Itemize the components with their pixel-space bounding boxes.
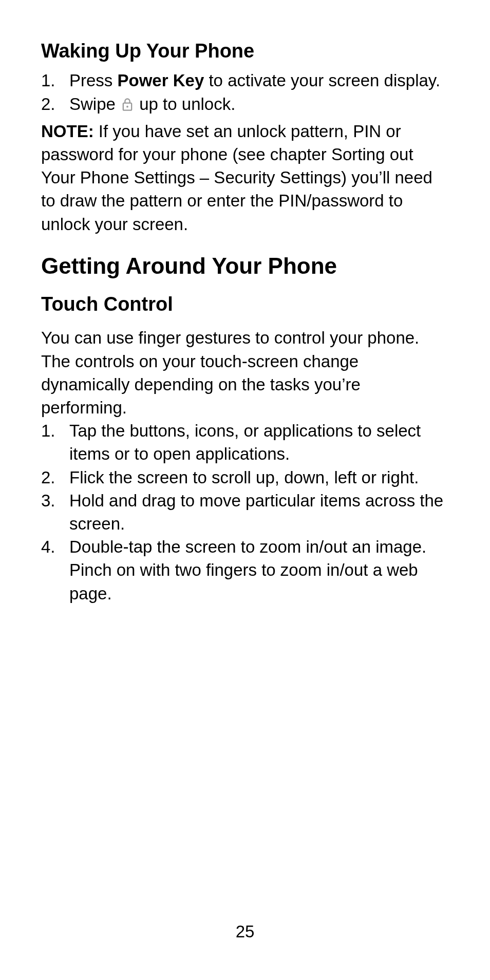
- page-number: 25: [0, 922, 490, 941]
- power-key-bold: Power Key: [118, 71, 204, 90]
- waking-up-list: Press Power Key to activate your screen …: [41, 69, 449, 115]
- list-item: Swipe up to unlock.: [41, 92, 449, 116]
- note-text: If you have set an unlock pattern, PIN o…: [41, 122, 432, 234]
- lock-icon: [120, 94, 135, 108]
- note-label: NOTE:: [41, 122, 94, 141]
- list-item: Double-tap the screen to zoom in/out an …: [41, 535, 449, 605]
- list-item: Press Power Key to activate your screen …: [41, 69, 449, 92]
- touch-control-list: Tap the buttons, icons, or applications …: [41, 419, 449, 605]
- page-content: Waking Up Your Phone Press Power Key to …: [0, 0, 490, 605]
- list-item-text: Flick the screen to scroll up, down, lef…: [69, 468, 419, 487]
- note-block: NOTE: If you have set an unlock pattern,…: [41, 120, 449, 236]
- list-item-text-post: to activate your screen display.: [204, 71, 440, 90]
- list-item-text: Tap the buttons, icons, or applications …: [69, 421, 421, 463]
- heading-touch-control: Touch Control: [41, 292, 449, 317]
- list-item-text-pre: Swipe: [69, 95, 120, 114]
- svg-point-1: [126, 105, 128, 107]
- list-item-text-pre: Press: [69, 71, 118, 90]
- list-item-text-post: up to unlock.: [135, 95, 235, 114]
- list-item: Tap the buttons, icons, or applications …: [41, 419, 449, 465]
- list-item: Flick the screen to scroll up, down, lef…: [41, 466, 449, 489]
- list-item: Hold and drag to move particular items a…: [41, 489, 449, 535]
- list-item-text: Hold and drag to move particular items a…: [69, 491, 443, 533]
- heading-getting-around: Getting Around Your Phone: [41, 251, 449, 280]
- touch-control-intro: You can use finger gestures to control y…: [41, 326, 449, 419]
- heading-waking-up: Waking Up Your Phone: [41, 39, 449, 64]
- list-item-text: Double-tap the screen to zoom in/out an …: [69, 537, 426, 602]
